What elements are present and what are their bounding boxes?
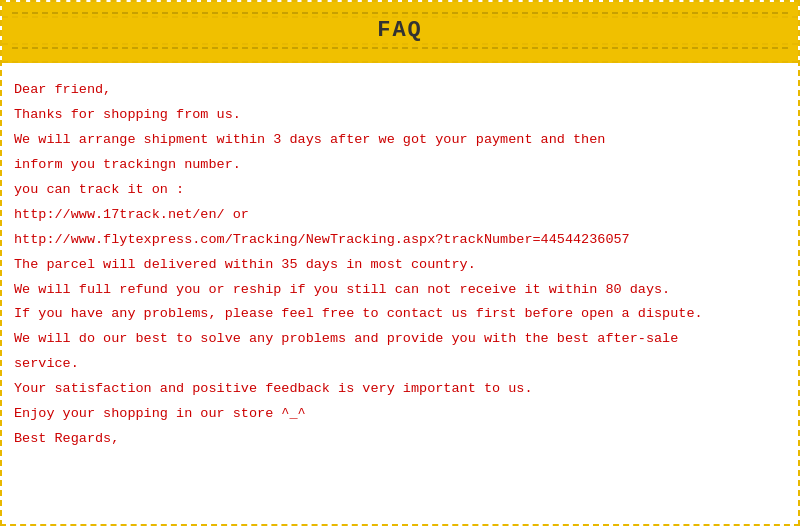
content-line-line10: If you have any problems, please feel fr… (14, 303, 786, 326)
header-bar: FAQ (2, 2, 798, 63)
content-line-line9: We will full refund you or reship if you… (14, 279, 786, 302)
content-line-line5: you can track it on : (14, 179, 786, 202)
content-line-line7: http://www.flytexpress.com/Tracking/NewT… (14, 229, 786, 252)
content-line-line2: Thanks for shopping from us. (14, 104, 786, 127)
content-line-line1: Dear friend, (14, 79, 786, 102)
content-line-line8: The parcel will delivered within 35 days… (14, 254, 786, 277)
faq-title: FAQ (377, 14, 423, 47)
content-line-line6: http://www.17track.net/en/ or (14, 204, 786, 227)
content-line-line11: We will do our best to solve any problem… (14, 328, 786, 351)
content-line-line12: service. (14, 353, 786, 376)
content-line-line15: Best Regards, (14, 428, 786, 451)
content-area: Dear friend,Thanks for shopping from us.… (2, 63, 798, 469)
content-line-line3: We will arrange shipment within 3 days a… (14, 129, 786, 152)
content-line-line4: inform you trackingn number. (14, 154, 786, 177)
content-line-line14: Enjoy your shopping in our store ^_^ (14, 403, 786, 426)
page-container: FAQ Dear friend,Thanks for shopping from… (0, 0, 800, 526)
content-line-line13: Your satisfaction and positive feedback … (14, 378, 786, 401)
